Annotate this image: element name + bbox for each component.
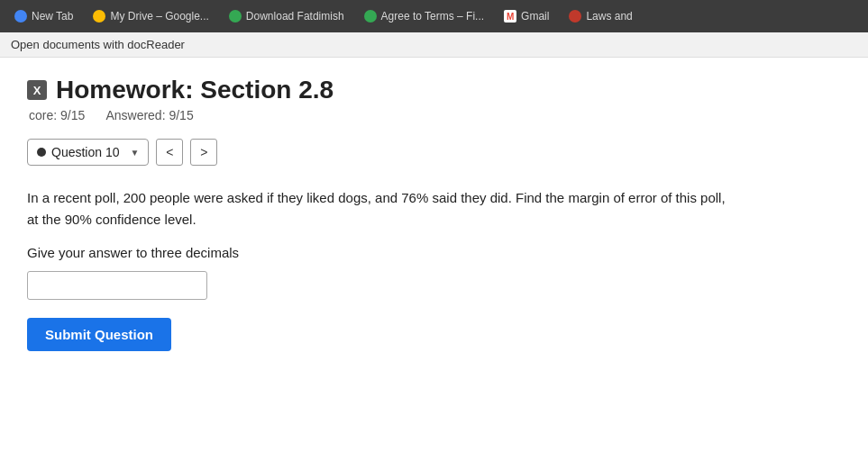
docreader-bar: Open documents with docReader: [0, 32, 868, 58]
tab-laws[interactable]: Laws and: [562, 6, 639, 26]
question-text: In a recent poll, 200 people were asked …: [27, 187, 730, 231]
new-tab-icon: [14, 10, 27, 23]
homework-subtitle: core: 9/15 Answered: 9/15: [27, 108, 841, 122]
laws-icon: [569, 10, 581, 23]
submit-question-button[interactable]: Submit Question: [27, 318, 171, 351]
docreader-label: Open documents with docReader: [11, 38, 185, 51]
gmail-icon: M: [504, 10, 516, 23]
tab-download-label: Download Fatdimish: [246, 10, 344, 23]
homework-answered: Answered: 9/15: [105, 108, 193, 122]
question-dropdown[interactable]: Question 10 ▼: [27, 139, 149, 166]
tab-my-drive[interactable]: My Drive – Google...: [86, 6, 215, 26]
answer-input[interactable]: [27, 271, 207, 300]
tab-gmail-label: Gmail: [521, 10, 549, 23]
tab-my-drive-label: My Drive – Google...: [110, 10, 208, 23]
agree-icon: [364, 10, 377, 23]
homework-title-row: X Homework: Section 2.8: [27, 76, 841, 104]
answer-prompt: Give your answer to three decimals: [27, 245, 841, 260]
question-selector: Question 10 ▼ < >: [27, 139, 841, 166]
tab-new-tab[interactable]: New Tab: [7, 6, 80, 26]
tab-laws-label: Laws and: [586, 10, 632, 23]
homework-title: Homework: Section 2.8: [56, 76, 333, 104]
browser-tab-bar: New Tab My Drive – Google... Download Fa…: [0, 0, 868, 32]
close-button[interactable]: X: [27, 80, 47, 100]
tab-agree[interactable]: Agree to Terms – Fi...: [357, 6, 492, 26]
question-dot: [37, 148, 46, 157]
dropdown-arrow-icon: ▼: [131, 148, 140, 158]
next-question-button[interactable]: >: [190, 139, 217, 166]
homework-core: core: 9/15: [29, 108, 85, 122]
tab-agree-label: Agree to Terms – Fi...: [381, 10, 485, 23]
question-label: Question 10: [51, 145, 120, 159]
main-content: X Homework: Section 2.8 core: 9/15 Answe…: [0, 58, 868, 369]
drive-icon: [93, 10, 105, 23]
tab-new-tab-label: New Tab: [32, 10, 73, 23]
tab-download[interactable]: Download Fatdimish: [222, 6, 352, 26]
prev-question-button[interactable]: <: [156, 139, 183, 166]
download-icon: [229, 10, 242, 23]
tab-gmail[interactable]: M Gmail: [497, 6, 556, 26]
